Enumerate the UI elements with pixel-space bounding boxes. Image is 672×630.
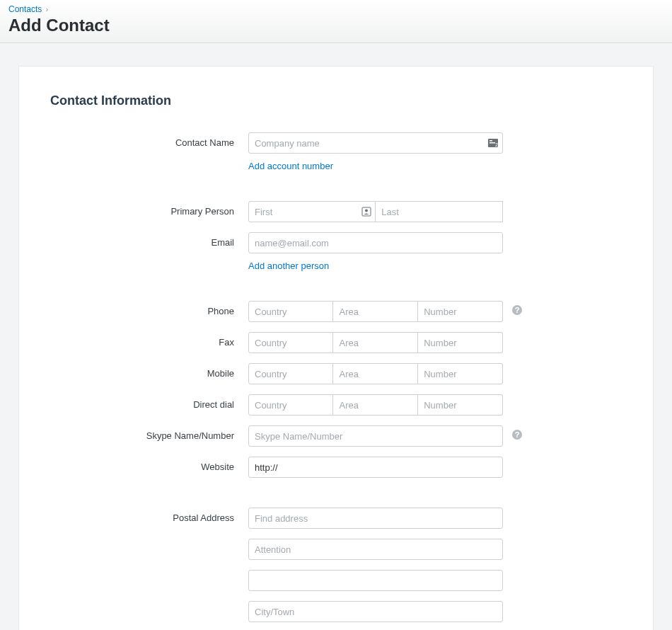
phone-area-input[interactable] [333, 301, 418, 322]
label-phone: Phone [50, 301, 248, 316]
page-header: Contacts › Add Contact [0, 0, 672, 43]
label-primary-person: Primary Person [50, 201, 248, 217]
breadcrumb-separator: › [46, 6, 48, 13]
help-icon[interactable]: ? [511, 429, 528, 440]
row-contact-name: Contact Name 2 Add account number [50, 132, 622, 171]
skype-input[interactable] [248, 425, 503, 447]
label-mobile: Mobile [50, 363, 248, 379]
label-email: Email [50, 232, 248, 248]
label-website: Website [50, 457, 248, 472]
label-fax: Fax [50, 332, 248, 348]
direct-dial-country-input[interactable] [248, 394, 333, 416]
add-account-number-link[interactable]: Add account number [248, 161, 333, 171]
phone-country-input[interactable] [248, 301, 333, 322]
label-postal-address: Postal Address [50, 508, 248, 523]
mobile-country-input[interactable] [248, 363, 333, 384]
breadcrumb-contacts-link[interactable]: Contacts [8, 4, 42, 14]
svg-text:?: ? [515, 306, 520, 314]
postal-attention-input[interactable] [248, 539, 503, 560]
postal-city-input[interactable] [248, 601, 503, 622]
first-name-input[interactable] [248, 201, 376, 222]
section-title: Contact Information [50, 93, 622, 108]
row-postal-attention [50, 539, 622, 560]
email-input[interactable] [248, 232, 503, 253]
row-website: Website [50, 457, 622, 478]
breadcrumb: Contacts › [8, 4, 664, 14]
postal-street-input[interactable] [248, 570, 503, 591]
direct-dial-number-input[interactable] [418, 394, 503, 416]
contact-form-card: Contact Information Contact Name 2 Add a… [18, 66, 654, 630]
last-name-input[interactable] [376, 201, 503, 222]
row-skype: Skype Name/Number ? [50, 425, 622, 447]
row-direct-dial: Direct dial [50, 394, 622, 416]
row-fax: Fax [50, 332, 622, 353]
label-contact-name: Contact Name [50, 132, 248, 148]
label-skype: Skype Name/Number [50, 425, 248, 441]
mobile-number-input[interactable] [418, 363, 503, 384]
svg-text:?: ? [515, 430, 520, 439]
direct-dial-area-input[interactable] [333, 394, 418, 416]
row-primary-person: Primary Person [50, 201, 622, 222]
add-another-person-link[interactable]: Add another person [248, 260, 329, 271]
row-email: Email Add another person [50, 232, 622, 271]
row-postal-city [50, 601, 622, 622]
label-direct-dial: Direct dial [50, 394, 248, 410]
fax-country-input[interactable] [248, 332, 333, 353]
row-postal-street [50, 570, 622, 591]
fax-area-input[interactable] [333, 332, 418, 353]
row-phone: Phone ? [50, 301, 622, 322]
postal-find-address-input[interactable] [248, 508, 503, 529]
contact-name-input[interactable] [248, 132, 503, 154]
phone-number-input[interactable] [418, 301, 503, 322]
mobile-area-input[interactable] [333, 363, 418, 384]
row-mobile: Mobile [50, 363, 622, 384]
row-postal-find: Postal Address [50, 508, 622, 529]
website-input[interactable] [248, 457, 503, 478]
page-title: Add Contact [8, 16, 664, 35]
fax-number-input[interactable] [418, 332, 503, 353]
help-icon[interactable]: ? [511, 304, 528, 316]
